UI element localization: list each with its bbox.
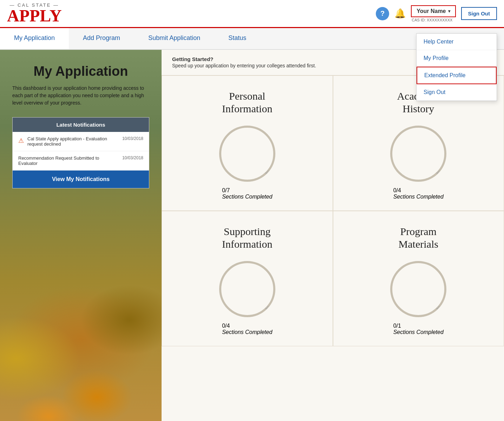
checkmark-icon: ✓ (436, 304, 441, 312)
page-title: My Application (12, 64, 149, 79)
nav-submit-application[interactable]: Submit Application (134, 28, 214, 49)
user-dropdown: Your Name ▾ CAS ID: XXXXXXXXXX (411, 5, 456, 22)
card-personal-info-title: PersonalInformation (222, 90, 272, 115)
dropdown-help-center[interactable]: Help Center (417, 34, 497, 50)
card-supporting-information[interactable]: SupportingInformation ✓ 0/4 Sections Com… (162, 211, 333, 346)
bell-icon[interactable]: 🔔 (394, 8, 406, 19)
card-personal-info-sections: 0/7 Sections Completed (222, 187, 272, 200)
notification-date-1: 10/03/2018 (122, 136, 143, 141)
left-panel: My Application This dashboard is your ap… (0, 50, 162, 421)
academic-sections-label: Sections Completed (393, 194, 444, 200)
personal-sections-label: Sections Completed (222, 194, 272, 200)
nav-my-application[interactable]: My Application (0, 28, 69, 49)
logo-apply: APPLY (7, 7, 62, 24)
page-description: This dashboard is your application home … (12, 85, 149, 107)
sign-out-button[interactable]: Sign Out (461, 7, 497, 20)
card-academic-history-sections: 0/4 Sections Completed (393, 187, 444, 200)
card-academic-history-circle: ✓ (390, 126, 446, 182)
card-program-materials-sections: 0/1 Sections Completed (393, 323, 444, 335)
help-icon[interactable]: ? (376, 7, 389, 20)
nav-add-program[interactable]: Add Program (69, 28, 134, 49)
nav-status[interactable]: Status (214, 28, 260, 49)
card-personal-information[interactable]: PersonalInformation (162, 75, 333, 211)
notification-item-2: Recommendation Request Submitted to Eval… (13, 151, 149, 171)
checkmark-icon: ✓ (436, 168, 441, 176)
program-sections-count: 0/1 (393, 323, 401, 329)
header: — CAL STATE — APPLY ? 🔔 Your Name ▾ CAS … (0, 0, 504, 28)
card-supporting-info-title: SupportingInformation (222, 225, 272, 250)
main-content: My Application This dashboard is your ap… (0, 50, 504, 421)
supporting-sections-label: Sections Completed (222, 329, 272, 335)
notification-date-2: 10/03/2018 (122, 155, 143, 160)
notification-item-1: ⚠ Cal State Apply application - Evaluati… (13, 132, 149, 151)
card-program-materials[interactable]: ProgramMaterials (333, 211, 504, 346)
user-name: Your Name (417, 8, 446, 14)
getting-started-desc: Speed up your application by entering yo… (172, 63, 316, 68)
right-panel: Getting Started? Speed up your applicati… (162, 50, 504, 421)
program-sections-label: Sections Completed (393, 329, 444, 335)
user-menu-button[interactable]: Your Name ▾ (411, 5, 456, 17)
left-content: My Application This dashboard is your ap… (0, 50, 162, 206)
dropdown-sign-out[interactable]: Sign Out (417, 84, 497, 101)
user-dropdown-menu: Help Center My Profile Extended Profile … (416, 33, 497, 101)
logo: — CAL STATE — APPLY (7, 3, 62, 24)
cards-grid: PersonalInformation (162, 75, 504, 346)
checkmark-icon: ✓ (264, 304, 270, 312)
cas-id: CAS ID: XXXXXXXXXX (411, 18, 452, 22)
dropdown-extended-profile[interactable]: Extended Profile (417, 67, 497, 84)
card-program-materials-title: ProgramMaterials (399, 225, 438, 250)
header-right: ? 🔔 Your Name ▾ CAS ID: XXXXXXXXXX Sign … (376, 5, 497, 22)
warning-icon: ⚠ (18, 137, 24, 145)
view-notifications-button[interactable]: View My Notifications (13, 171, 149, 188)
card-personal-info-circle: ✓ (219, 126, 275, 182)
notifications-header: Latest Notifications (13, 118, 149, 132)
card-supporting-info-sections: 0/4 Sections Completed (222, 323, 272, 335)
notification-text-2: Recommendation Request Submitted to Eval… (18, 155, 119, 166)
card-supporting-info-circle: ✓ (219, 261, 275, 317)
notification-text-1: Cal State Apply application - Evaluation… (27, 136, 119, 147)
chevron-down-icon: ▾ (448, 9, 450, 14)
checkmark-icon: ✓ (264, 168, 270, 176)
personal-sections-count: 0/7 (222, 187, 230, 193)
academic-sections-count: 0/4 (393, 187, 401, 193)
getting-started-title: Getting Started? (172, 56, 214, 62)
supporting-sections-count: 0/4 (222, 323, 230, 329)
card-program-materials-circle: ✓ (390, 261, 446, 317)
dropdown-my-profile[interactable]: My Profile (417, 50, 497, 67)
notifications-box: Latest Notifications ⚠ Cal State Apply a… (12, 117, 149, 188)
